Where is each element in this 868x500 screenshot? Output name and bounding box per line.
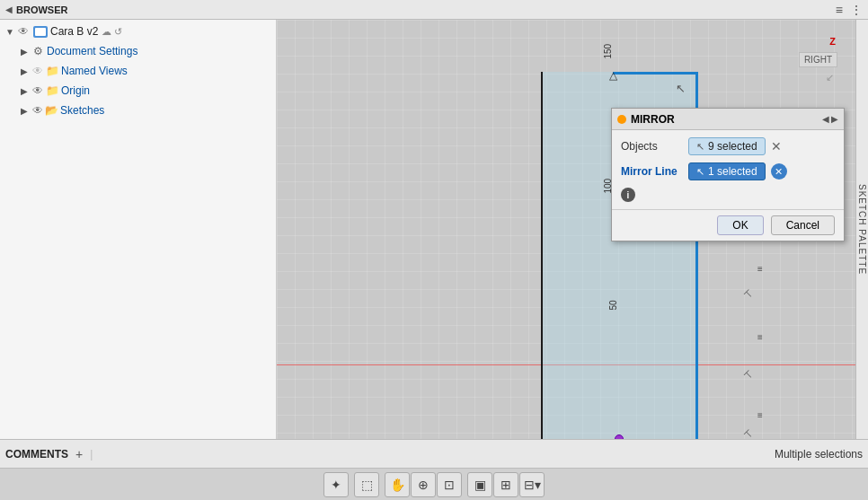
sketch-top-blue (613, 72, 698, 75)
tree-item-named-views[interactable]: ▶ 👁 📁 Named Views (0, 61, 276, 81)
sketches-folder-icon: 📂 (45, 104, 58, 117)
mirror-objects-label: Objects (621, 140, 688, 153)
mirror-line-label: Mirror Line (621, 165, 688, 178)
toolbar-zoom-window[interactable]: ⊕ (411, 472, 436, 497)
mirror-line-btn[interactable]: ↖ 1 selected (688, 162, 766, 180)
tree-label-named-views: Named Views (61, 65, 128, 77)
triangle-mark: △ (609, 69, 617, 82)
expand-arrow-sketches[interactable]: ▶ (18, 106, 31, 116)
mirror-objects-clear[interactable]: ✕ (771, 139, 782, 154)
tree-item-doc-settings[interactable]: ▶ ⚙ Document Settings (0, 41, 276, 61)
toolbar-pan[interactable]: ✋ (385, 472, 410, 497)
expand-arrow-doc[interactable]: ▶ (18, 47, 31, 57)
toolbar-group-3: ✋ ⊕ ⊡ (385, 472, 462, 497)
mirror-arrow-btns: ◀ ▶ (822, 114, 838, 124)
toolbar-group-2: ⬚ (354, 472, 379, 497)
add-comment-icon[interactable]: + (75, 447, 83, 461)
toolbar-display[interactable]: ▣ (467, 472, 492, 497)
mirror-dialog-body: Objects ↖ 9 selected ✕ Mirror Line ↖ 1 s… (612, 130, 844, 209)
mirror-info-row: i (621, 188, 835, 202)
status-text: Multiple selections (775, 448, 863, 461)
toolbar-new-sketch[interactable]: ✦ (323, 472, 349, 497)
constraint-symbol-2: ≡ (757, 264, 763, 274)
toolbar-snaps[interactable]: ⊟▾ (519, 472, 545, 497)
sketch-palette-label: SKETCH PALETTE (857, 184, 867, 275)
tree-label-origin: Origin (61, 84, 90, 97)
eye-icon-sketches[interactable]: 👁 (31, 104, 45, 117)
mirror-line-count: 1 selected (708, 165, 757, 178)
separator: | (90, 448, 93, 461)
constraint-symbol-4: ≡ (757, 410, 763, 420)
browser-panel: ▼ 👁 Cara B v2 ☁ ↺ ▶ ⚙ Document Settings … (0, 20, 277, 439)
browser-tree: ▼ 👁 Cara B v2 ☁ ↺ ▶ ⚙ Document Settings … (0, 20, 276, 439)
z-axis-label: Z (829, 36, 836, 47)
folder-icon-named-views: 📁 (45, 65, 59, 77)
tree-item-origin[interactable]: ▶ 👁 📁 Origin (0, 81, 276, 101)
bottom-toolbar: ✦ ⬚ ✋ ⊕ ⊡ ▣ ⊞ ⊟▾ (0, 468, 868, 500)
mirror-dialog: MIRROR ◀ ▶ Objects ↖ 9 selected ✕ (611, 108, 845, 241)
right-label: RIGHT (799, 52, 837, 67)
gear-icon: ⚙ (31, 45, 45, 57)
expand-arrow-origin[interactable]: ▶ (18, 86, 31, 96)
expand-arrow-named-views[interactable]: ▶ (18, 66, 31, 76)
cursor-mark: ↖ (676, 82, 686, 95)
mirror-dialog-title: MIRROR (631, 113, 822, 126)
tree-item-root[interactable]: ▼ 👁 Cara B v2 ☁ ↺ (0, 22, 276, 41)
eye-icon-origin[interactable]: 👁 (31, 84, 45, 97)
tree-label-doc-settings: Document Settings (47, 45, 137, 57)
toolbar-group-1: ✦ (323, 472, 349, 497)
eye-icon-named-views[interactable]: 👁 (31, 65, 45, 77)
collapse-icon[interactable]: ◀ (5, 4, 13, 14)
dim-50: 50 (608, 300, 618, 310)
toolbar-finish[interactable]: ⬚ (354, 472, 379, 497)
dots-icon[interactable]: ⋮ (850, 3, 863, 17)
menu-icon[interactable]: ≡ (836, 3, 843, 17)
toolbar-group-4: ▣ ⊞ ⊟▾ (467, 472, 545, 497)
info-icon: i (621, 188, 635, 202)
mirror-line-clear[interactable]: ✕ (771, 163, 787, 180)
mirror-objects-btn[interactable]: ↖ 9 selected (688, 137, 766, 155)
mirror-objects-row: Objects ↖ 9 selected ✕ (621, 137, 835, 155)
arrow-right-btn[interactable]: ▶ (831, 114, 838, 124)
mirror-objects-count: 9 selected (708, 140, 757, 153)
sketch-palette[interactable]: SKETCH PALETTE (855, 20, 868, 439)
dim-150: 150 (603, 44, 613, 59)
bottom-bar: COMMENTS + | Multiple selections (0, 439, 868, 468)
toolbar-grid[interactable]: ⊞ (493, 472, 518, 497)
axis-arrows: ↙ (826, 72, 834, 83)
canvas-area[interactable]: 150 100 50 -50 -100 ⊢ ≡ ⊢ ≡ ⊢ ≡ ⊢ ≡ ⊢ ≡ … (277, 20, 855, 439)
main-layout: ▼ 👁 Cara B v2 ☁ ↺ ▶ ⚙ Document Settings … (0, 20, 868, 439)
browser-topbar: ◀ BROWSER ≡ ⋮ (0, 0, 868, 20)
eye-icon-root[interactable]: 👁 (16, 25, 31, 38)
tree-label-root: Cara B v2 (50, 25, 98, 38)
tree-label-sketches: Sketches (60, 104, 104, 117)
ok-button[interactable]: OK (717, 215, 763, 235)
tree-item-sketches[interactable]: ▶ 👁 📂 Sketches (0, 101, 276, 120)
folder-icon-origin: 📁 (45, 84, 59, 97)
toolbar-zoom-fit[interactable]: ⊡ (437, 472, 462, 497)
arrow-left-btn[interactable]: ◀ (822, 114, 829, 124)
objects-cursor-icon: ↖ (696, 141, 704, 153)
cancel-button[interactable]: Cancel (771, 215, 835, 235)
root-icons: ☁ ↺ (102, 26, 122, 38)
mirror-line-row: Mirror Line ↖ 1 selected ✕ (621, 162, 835, 180)
mirror-dialog-footer: OK Cancel (612, 209, 844, 241)
line-cursor-icon: ↖ (696, 166, 704, 178)
mirror-dialog-header: MIRROR ◀ ▶ (612, 109, 844, 130)
mirror-status-dot (617, 115, 626, 124)
origin-dot (615, 434, 624, 439)
comments-label: COMMENTS (5, 448, 68, 461)
expand-arrow-root[interactable]: ▼ (4, 27, 16, 37)
constraint-symbol-3: ≡ (757, 332, 763, 342)
browser-title: BROWSER (16, 4, 67, 15)
